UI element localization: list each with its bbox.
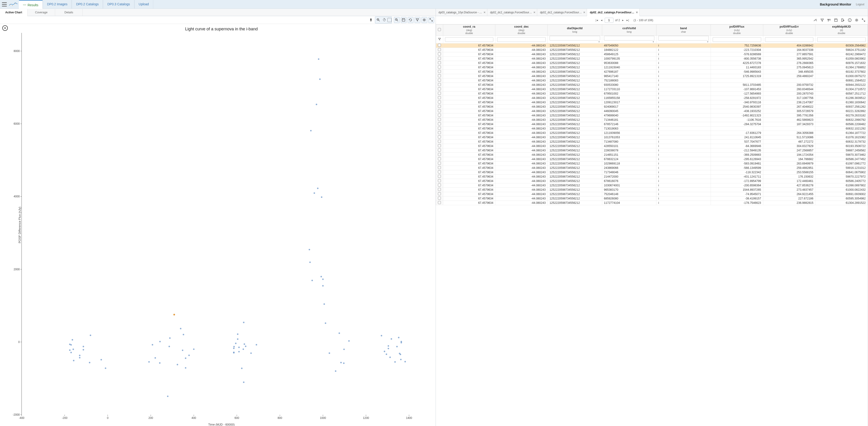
row-checkbox[interactable] (436, 148, 443, 153)
background-monitor-link[interactable]: Background Monitor (820, 3, 851, 6)
top-tab-results[interactable]: 〰Results (19, 0, 43, 9)
add-column-icon[interactable] (840, 17, 846, 23)
row-checkbox[interactable] (436, 61, 443, 65)
row-checkbox[interactable] (436, 166, 443, 170)
pan-icon[interactable] (381, 17, 388, 23)
table-row[interactable]: 67.4579634-44.08024312522205987345562121… (436, 201, 868, 205)
close-icon[interactable]: ✕ (583, 9, 585, 16)
select-all-header[interactable] (436, 25, 443, 36)
row-checkbox[interactable] (436, 162, 443, 166)
col-header-expMidptMJD[interactable]: expMidptMJD(d)double (815, 25, 868, 36)
chevron-down-icon[interactable]: ▾ (598, 40, 600, 43)
text-options-icon[interactable]: TT (826, 17, 832, 23)
filter-cell-expMidptMJD[interactable] (815, 36, 868, 44)
table-row[interactable]: 67.4579634-44.08024312522205987345562121… (436, 87, 868, 91)
table-row[interactable]: 67.4579634-44.08024312522205987345562121… (436, 162, 868, 166)
row-checkbox[interactable] (436, 48, 443, 52)
table-row[interactable]: 67.4579634-44.08024312522205987345562127… (436, 170, 868, 175)
row-checkbox[interactable] (436, 122, 443, 126)
table-row[interactable]: 67.4579634-44.08024312522205987345562122… (436, 153, 868, 157)
row-checkbox[interactable] (436, 100, 443, 105)
row-checkbox[interactable] (436, 179, 443, 183)
expand-icon[interactable] (860, 17, 866, 23)
filter-input-coord_dec[interactable] (497, 37, 546, 42)
chart-canvas[interactable]: -400-2000200400600800100012001400-200002… (10, 31, 433, 423)
table-row[interactable]: 67.4579634-44.08024312522205987345562126… (436, 196, 868, 201)
col-header-diaObjectId[interactable]: diaObjectIdlong (548, 25, 602, 36)
refresh-icon[interactable] (408, 17, 413, 23)
table-tab[interactable]: dp02_dc2_catalogs.ForcedSour…✕ (587, 9, 640, 16)
table-row[interactable]: 67.4579634-44.08024312522205987345562121… (436, 48, 868, 52)
table-row[interactable]: 67.4579634-44.08024312522205987345562129… (436, 74, 868, 79)
top-tab-dp0-2-catalogs[interactable]: DP0.2 Catalogs (72, 0, 103, 8)
table-row[interactable]: 67.4579634-44.08024312522205987345562121… (436, 96, 868, 100)
table-row[interactable]: 67.4579634-44.08024312522205987345562129… (436, 61, 868, 65)
col-header-psfDiffFlux[interactable]: psfDiffFlux(nJy)double (711, 25, 763, 36)
row-checkbox[interactable] (436, 57, 443, 61)
table-row[interactable]: 67.4579634-44.08024312522205987345562124… (436, 144, 868, 148)
hamburger-icon[interactable] (1, 1, 7, 7)
row-checkbox[interactable] (436, 201, 443, 205)
chevron-down-icon[interactable]: ▾ (653, 40, 654, 43)
last-page-icon[interactable]: ▸| (626, 19, 629, 22)
row-checkbox[interactable] (436, 188, 443, 192)
table-row[interactable]: 67.4579634-44.08024312522205987345562121… (436, 100, 868, 105)
table-row[interactable]: 67.4579634-44.08024312522205987345562127… (436, 192, 868, 196)
filter-cell-ccdVisitId[interactable]: ▾ (602, 36, 656, 44)
next-page-icon[interactable]: ▸ (622, 19, 624, 22)
subtab-active-chart[interactable]: Active Chart (0, 9, 28, 16)
filter-icon[interactable] (819, 17, 825, 23)
close-icon[interactable]: ✕ (636, 9, 638, 16)
chart-area[interactable]: Light curve of a supernova in the i-band… (0, 24, 436, 426)
table-row[interactable]: 67.4579634-44.08024312522205987345562124… (436, 52, 868, 57)
col-header-ccdVisitId[interactable]: ccdVisitIdlong (602, 25, 656, 36)
col-header-coord_dec[interactable]: coord_dec(deg)double (495, 25, 548, 36)
filter-cell-diaObjectId[interactable]: ▾ (548, 36, 602, 44)
reset-zoom-icon[interactable]: 1x (394, 17, 400, 23)
row-checkbox[interactable] (436, 91, 443, 96)
gear-icon[interactable] (854, 17, 860, 23)
save-icon[interactable] (833, 17, 839, 23)
table-tab[interactable]: dp02_dc2_catalogs.ForcedSour…✕ (537, 9, 587, 16)
table-row[interactable]: 67.4579634-44.08024312522205987345562121… (436, 135, 868, 140)
row-checkbox[interactable] (436, 170, 443, 175)
table-row[interactable]: 67.4579634-44.08024312522205987345562122… (436, 175, 868, 179)
logout-link[interactable]: Logout (856, 3, 864, 6)
top-tab-upload[interactable]: Upload (134, 0, 153, 8)
row-checkbox[interactable] (436, 113, 443, 118)
col-header-psfDiffFluxErr[interactable]: psfDiffFluxErr(nJy)double (763, 25, 815, 36)
table-row[interactable]: 67.4579634-44.08024312522205987345562121… (436, 65, 868, 70)
col-header-coord_ra[interactable]: coord_ra(deg)double (443, 25, 495, 36)
row-checkbox[interactable] (436, 87, 443, 91)
row-checkbox[interactable] (436, 126, 443, 131)
row-checkbox[interactable] (436, 52, 443, 57)
pin-icon[interactable] (368, 17, 374, 23)
filter-input-diaObjectId[interactable] (550, 36, 600, 40)
table-row[interactable]: 67.4579634-44.08024312522205987345562121… (436, 131, 868, 135)
zoom-in-icon[interactable] (375, 17, 381, 23)
table-tab[interactable]: dp03_catalogs_10yr.DiaSource - …✕ (436, 9, 487, 16)
table-row[interactable]: 67.4579634-44.08024312522205987345562129… (436, 83, 868, 87)
filter-cell-band[interactable]: ▾ (656, 36, 711, 44)
row-checkbox[interactable] (436, 109, 443, 113)
prev-page-icon[interactable]: ◂ (600, 19, 603, 22)
row-checkbox[interactable] (436, 192, 443, 196)
row-checkbox[interactable] (436, 96, 443, 100)
row-checkbox[interactable] (436, 196, 443, 201)
box-select-icon[interactable] (388, 18, 392, 22)
row-checkbox[interactable] (436, 83, 443, 87)
row-checkbox[interactable] (436, 65, 443, 70)
subtab-coverage[interactable]: Coverage (28, 9, 55, 16)
row-checkbox[interactable] (436, 105, 443, 109)
row-checkbox[interactable] (436, 144, 443, 148)
table-row[interactable]: 67.4579634-44.08024312522205987345562127… (436, 126, 868, 131)
row-checkbox[interactable] (436, 153, 443, 157)
filter-cell-psfDiffFluxErr[interactable] (763, 36, 815, 44)
chevron-down-icon[interactable]: ▾ (707, 40, 709, 43)
table-row[interactable]: 67.4579634-44.08024312522205987345562124… (436, 70, 868, 74)
row-checkbox[interactable] (436, 183, 443, 188)
top-tab-dp0-3-catalogs[interactable]: DP0.3 Catalogs (103, 0, 134, 8)
table-row[interactable]: 67.4579634-44.08024312522205987345562121… (436, 183, 868, 188)
row-checkbox[interactable] (436, 157, 443, 162)
table-row[interactable]: 67.4579634-44.08024312522205987345562127… (436, 118, 868, 122)
